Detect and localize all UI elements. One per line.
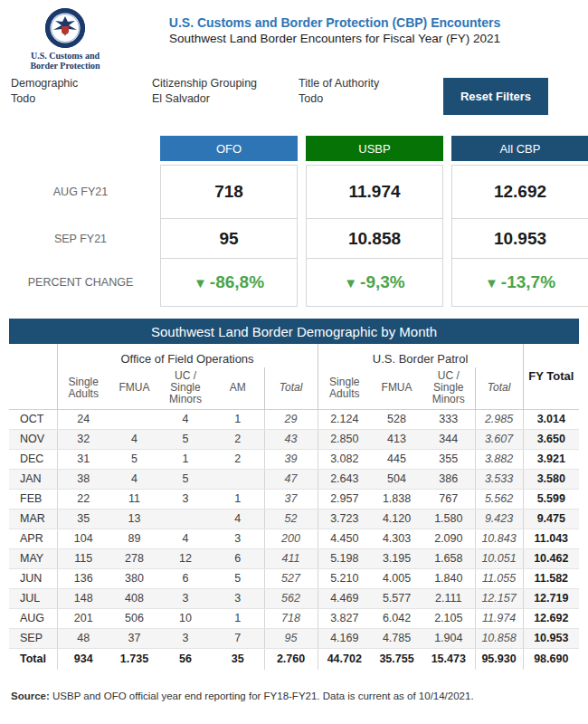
data-cell[interactable]: 2.105 bbox=[422, 608, 475, 628]
data-cell[interactable]: 5.198 bbox=[318, 548, 371, 568]
pct-usbp-value[interactable]: ▼ -9,3% bbox=[306, 258, 443, 307]
data-cell[interactable]: 56 bbox=[159, 648, 212, 670]
column-header-allcbp[interactable]: All CBP bbox=[451, 136, 588, 161]
data-cell[interactable]: 3.723 bbox=[318, 509, 371, 529]
data-cell[interactable]: 3 bbox=[159, 588, 212, 608]
data-cell[interactable]: 38 bbox=[57, 469, 109, 489]
data-cell[interactable]: 411 bbox=[264, 548, 318, 568]
data-cell[interactable]: 2.985 bbox=[475, 409, 523, 429]
data-cell[interactable]: 6 bbox=[212, 548, 264, 568]
data-cell[interactable]: 10.858 bbox=[475, 628, 523, 648]
data-cell[interactable]: 11.043 bbox=[523, 529, 579, 548]
data-cell[interactable]: 2.760 bbox=[264, 648, 318, 670]
data-cell[interactable]: 4.450 bbox=[318, 529, 371, 548]
data-cell[interactable]: 44.702 bbox=[318, 648, 371, 670]
data-cell[interactable]: 10.953 bbox=[523, 628, 579, 648]
data-cell[interactable]: 1 bbox=[212, 608, 264, 628]
sep-usbp-value[interactable]: 10.858 bbox=[306, 218, 443, 259]
data-cell[interactable]: 35 bbox=[212, 648, 264, 670]
data-cell[interactable]: 5.562 bbox=[475, 489, 523, 509]
data-cell[interactable]: 37 bbox=[109, 628, 159, 648]
data-cell[interactable]: 333 bbox=[422, 409, 475, 429]
data-cell[interactable]: 10.462 bbox=[523, 548, 579, 568]
filter-authority-value[interactable]: Todo bbox=[299, 91, 434, 107]
data-cell[interactable]: 3.014 bbox=[523, 409, 579, 429]
sep-allcbp-value[interactable]: 10.953 bbox=[451, 218, 588, 259]
data-cell[interactable]: 7 bbox=[212, 628, 264, 648]
data-cell[interactable]: 2.850 bbox=[318, 429, 371, 449]
data-cell[interactable]: 1.658 bbox=[422, 548, 475, 568]
data-cell[interactable]: 1 bbox=[212, 409, 264, 429]
data-cell[interactable]: 200 bbox=[264, 529, 318, 548]
data-cell[interactable]: 95.930 bbox=[475, 648, 523, 670]
data-cell[interactable]: 32 bbox=[57, 429, 109, 449]
sep-ofo-value[interactable]: 95 bbox=[160, 218, 298, 259]
data-cell[interactable]: 43 bbox=[264, 429, 318, 449]
data-cell[interactable]: 15.473 bbox=[422, 648, 475, 670]
data-cell[interactable]: 3.650 bbox=[523, 429, 579, 449]
data-cell[interactable]: 445 bbox=[371, 449, 422, 469]
data-cell[interactable]: 4.785 bbox=[371, 628, 422, 648]
data-cell[interactable] bbox=[159, 509, 212, 529]
data-cell[interactable]: 4 bbox=[159, 409, 212, 429]
data-cell[interactable]: 1 bbox=[159, 449, 212, 469]
data-cell[interactable]: 934 bbox=[57, 648, 109, 670]
data-cell[interactable]: 39 bbox=[264, 449, 318, 469]
data-cell[interactable]: 5 bbox=[109, 449, 159, 469]
data-cell[interactable]: 5 bbox=[159, 469, 212, 489]
aug-ofo-value[interactable]: 718 bbox=[160, 165, 298, 219]
data-cell[interactable]: 52 bbox=[264, 509, 318, 529]
data-cell[interactable]: 2.124 bbox=[318, 409, 371, 429]
data-cell[interactable]: 527 bbox=[264, 568, 318, 588]
data-cell[interactable] bbox=[109, 409, 159, 429]
data-cell[interactable]: 4.469 bbox=[318, 588, 371, 608]
data-cell[interactable]: 504 bbox=[371, 469, 422, 489]
data-cell[interactable]: 47 bbox=[264, 469, 318, 489]
filter-citizenship-value[interactable]: El Salvador bbox=[152, 91, 299, 107]
data-cell[interactable]: 1.580 bbox=[422, 509, 475, 529]
data-cell[interactable]: 278 bbox=[109, 548, 159, 568]
data-cell[interactable]: 11.974 bbox=[475, 608, 523, 628]
data-cell[interactable]: 4.169 bbox=[318, 628, 371, 648]
data-cell[interactable]: 12.692 bbox=[523, 608, 579, 628]
data-cell[interactable]: 1.840 bbox=[422, 568, 475, 588]
data-cell[interactable]: 2 bbox=[212, 449, 264, 469]
reset-filters-button[interactable]: Reset Filters bbox=[443, 78, 548, 115]
data-cell[interactable]: 10 bbox=[159, 608, 212, 628]
data-cell[interactable]: 5 bbox=[159, 429, 212, 449]
data-cell[interactable]: 2.090 bbox=[422, 529, 475, 548]
data-cell[interactable]: 10.051 bbox=[475, 548, 523, 568]
data-cell[interactable]: 3.580 bbox=[523, 469, 579, 489]
data-cell[interactable]: 3.921 bbox=[523, 449, 579, 469]
data-cell[interactable]: 2.957 bbox=[318, 489, 371, 509]
data-cell[interactable]: 10.843 bbox=[475, 529, 523, 548]
data-cell[interactable]: 1.735 bbox=[109, 648, 159, 670]
data-cell[interactable]: 344 bbox=[422, 429, 475, 449]
data-cell[interactable]: 35 bbox=[57, 509, 109, 529]
data-cell[interactable]: 3 bbox=[159, 628, 212, 648]
data-cell[interactable]: 12.719 bbox=[523, 588, 579, 608]
data-cell[interactable]: 562 bbox=[264, 588, 318, 608]
data-cell[interactable]: 767 bbox=[422, 489, 475, 509]
data-cell[interactable]: 24 bbox=[57, 409, 109, 429]
data-cell[interactable]: 408 bbox=[109, 588, 159, 608]
data-cell[interactable]: 98.690 bbox=[523, 648, 579, 670]
data-cell[interactable]: 5.577 bbox=[371, 588, 422, 608]
data-cell[interactable]: 3.082 bbox=[318, 449, 371, 469]
data-cell[interactable]: 3 bbox=[159, 489, 212, 509]
data-cell[interactable]: 5.599 bbox=[523, 489, 579, 509]
data-cell[interactable]: 29 bbox=[264, 409, 318, 429]
data-cell[interactable]: 115 bbox=[57, 548, 109, 568]
data-cell[interactable]: 5.210 bbox=[318, 568, 371, 588]
data-cell[interactable]: 1.838 bbox=[371, 489, 422, 509]
data-cell[interactable]: 11 bbox=[109, 489, 159, 509]
data-cell[interactable]: 4.120 bbox=[371, 509, 422, 529]
data-cell[interactable]: 6 bbox=[159, 568, 212, 588]
data-cell[interactable]: 4.005 bbox=[371, 568, 422, 588]
data-cell[interactable]: 95 bbox=[264, 628, 318, 648]
data-cell[interactable]: 3.607 bbox=[475, 429, 523, 449]
data-cell[interactable]: 48 bbox=[57, 628, 109, 648]
data-cell[interactable]: 37 bbox=[264, 489, 318, 509]
aug-usbp-value[interactable]: 11.974 bbox=[306, 165, 443, 219]
data-cell[interactable]: 2.643 bbox=[318, 469, 371, 489]
